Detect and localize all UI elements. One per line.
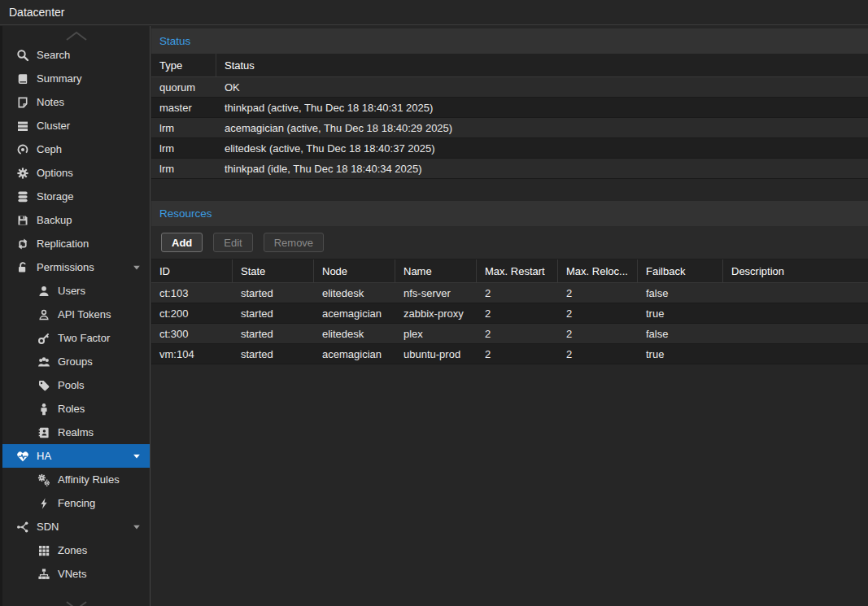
column-header-max-restart[interactable]: Max. Restart [477, 259, 558, 282]
top-bar: Datacenter [0, 0, 868, 25]
sidebar-item-label: Storage [37, 190, 74, 203]
sidebar-item-options[interactable]: Options [2, 161, 150, 185]
sidebar-item-storage[interactable]: Storage [2, 185, 150, 208]
table-cell: ct:200 [151, 307, 233, 320]
table-cell: started [233, 307, 314, 320]
table-cell: lrm [151, 122, 216, 134]
scroll-up-icon[interactable] [2, 30, 150, 41]
status-row[interactable]: lrmthinkpad (idle, Thu Dec 18 18:40:34 2… [151, 159, 868, 179]
resource-row[interactable]: ct:200startedacemagicianzabbix-proxy22tr… [151, 303, 868, 324]
sidebar-item-ceph[interactable]: Ceph [2, 137, 150, 161]
sidebar-item-label: Fencing [58, 497, 95, 509]
user-icon [37, 284, 50, 298]
table-cell: started [233, 287, 314, 299]
sidebar-item-label: Ceph [37, 143, 62, 155]
bolt-icon [37, 496, 50, 510]
sidebar-item-cluster[interactable]: Cluster [2, 114, 150, 137]
sidebar-item-affinity-rules[interactable]: Affinity Rules [2, 468, 150, 491]
database-icon [15, 190, 29, 203]
sidebar-item-notes[interactable]: Notes [2, 90, 150, 114]
sidebar-item-label: VNets [58, 568, 86, 580]
sidebar-item-label: Users [58, 285, 85, 297]
column-header-node[interactable]: Node [314, 259, 395, 282]
resources-toolbar: Add Edit Remove [151, 226, 868, 259]
book-icon [15, 72, 29, 85]
sidebar-item-realms[interactable]: Realms [2, 421, 150, 444]
table-cell: 2 [558, 287, 638, 299]
datacenter-title: Datacenter [9, 6, 64, 19]
address-book-icon [37, 425, 50, 439]
sidebar-item-zones[interactable]: Zones [2, 538, 150, 562]
sidebar-item-ha[interactable]: HA [2, 444, 150, 468]
ceph-icon [15, 142, 29, 156]
resource-row[interactable]: vm:104startedacemagicianubuntu-prod22tru… [151, 344, 868, 364]
table-cell: started [233, 328, 314, 340]
table-cell: vm:104 [151, 348, 233, 360]
sidebar-item-label: Permissions [37, 261, 94, 273]
sidebar-item-label: Affinity Rules [58, 473, 120, 486]
sidebar-item-roles[interactable]: Roles [2, 397, 150, 421]
column-header-state[interactable]: State [233, 259, 314, 282]
tag-icon [37, 378, 50, 392]
sidebar-item-api-tokens[interactable]: API Tokens [2, 303, 150, 326]
scroll-down-icon[interactable] [2, 600, 150, 606]
sidebar-item-replication[interactable]: Replication [2, 232, 150, 255]
sidebar-item-sdn[interactable]: SDN [2, 515, 150, 538]
sidebar-item-permissions[interactable]: Permissions [2, 255, 150, 279]
table-cell: false [638, 328, 723, 340]
column-header-description[interactable]: Description [723, 259, 868, 282]
edit-button[interactable]: Edit [213, 233, 252, 252]
status-row[interactable]: lrmacemagician (active, Thu Dec 18 18:40… [151, 118, 868, 138]
sidebar-item-summary[interactable]: Summary [2, 67, 150, 90]
sidebar-item-label: Two Factor [58, 332, 110, 344]
status-panel-title-label: Status [159, 35, 190, 47]
status-row[interactable]: masterthinkpad (active, Thu Dec 18 18:40… [151, 98, 868, 118]
sidebar-item-search[interactable]: Search [2, 43, 150, 67]
status-row[interactable]: lrmelitedesk (active, Thu Dec 18 18:40:3… [151, 138, 868, 159]
person-icon [37, 402, 50, 416]
table-cell: acemagician [314, 307, 395, 320]
table-cell: 2 [558, 328, 638, 340]
table-cell: acemagician [314, 348, 395, 360]
users-icon [37, 355, 50, 368]
table-cell: 2 [477, 287, 558, 299]
column-header-max-reloc[interactable]: Max. Reloc... [558, 259, 638, 282]
sidebar-item-label: HA [37, 450, 51, 462]
table-cell: plex [395, 328, 477, 340]
resource-row[interactable]: ct:103startedelitedesknfs-server22false [151, 283, 868, 303]
remove-button[interactable]: Remove [264, 233, 324, 252]
note-icon [15, 95, 29, 109]
status-table-header: TypeStatus [151, 54, 868, 77]
resources-panel-title-label: Resources [159, 207, 212, 220]
column-header-status[interactable]: Status [216, 54, 868, 76]
sidebar-item-label: SDN [37, 521, 59, 533]
column-header-id[interactable]: ID [151, 259, 233, 282]
table-cell: thinkpad (idle, Thu Dec 18 18:40:34 2025… [216, 163, 868, 175]
resource-row[interactable]: ct:300startedelitedeskplex22false [151, 324, 868, 344]
table-cell: elitedesk [314, 328, 395, 340]
sidebar-item-vnets[interactable]: VNets [2, 562, 150, 586]
sidebar-item-fencing[interactable]: Fencing [2, 491, 150, 515]
sidebar-item-label: Backup [37, 214, 72, 226]
column-header-type[interactable]: Type [151, 54, 216, 76]
unlock-icon [15, 260, 29, 274]
column-header-failback[interactable]: Failback [638, 259, 723, 282]
table-cell: zabbix-proxy [395, 307, 477, 320]
table-cell: ct:103 [151, 287, 233, 299]
sidebar-item-label: Roles [58, 403, 85, 415]
add-button[interactable]: Add [161, 233, 203, 252]
heartbeat-icon [15, 449, 29, 463]
sidebar-item-label: Groups [58, 355, 93, 368]
sidebar-item-two-factor[interactable]: Two Factor [2, 326, 150, 350]
resources-table-body: ct:103startedelitedesknfs-server22falsec… [151, 283, 868, 364]
sidebar-item-groups[interactable]: Groups [2, 350, 150, 373]
gears-icon [37, 473, 50, 486]
table-cell: master [151, 102, 216, 114]
sidebar-item-pools[interactable]: Pools [2, 373, 150, 397]
table-cell: true [638, 348, 723, 360]
sidebar-item-users[interactable]: Users [2, 279, 150, 303]
status-row[interactable]: quorumOK [151, 77, 868, 98]
column-header-name[interactable]: Name [395, 259, 477, 282]
gear-icon [15, 166, 29, 180]
sidebar-item-backup[interactable]: Backup [2, 208, 150, 232]
